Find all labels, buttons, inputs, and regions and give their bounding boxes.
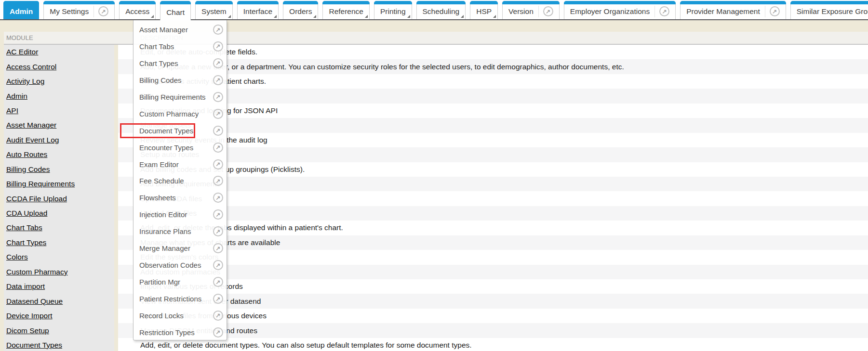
- external-link-icon[interactable]: ↗: [213, 176, 223, 186]
- tab-scheduling[interactable]: Scheduling: [416, 1, 466, 19]
- tab-my-settings[interactable]: My Settings↗: [43, 1, 115, 19]
- menu-item-chart-types[interactable]: Chart Types↗: [134, 55, 227, 72]
- external-link-icon[interactable]: ↗: [213, 277, 223, 287]
- external-link-icon[interactable]: ↗: [213, 92, 223, 102]
- module-link-datasend-queue[interactable]: Datasend Queue: [6, 297, 63, 306]
- module-column-header: MODULE: [4, 34, 114, 41]
- tab-similar-exposure-groups-segs[interactable]: Similar Exposure Groups (SEGs)↗: [790, 1, 868, 19]
- module-cell: Chart Tabs: [4, 221, 114, 235]
- menu-item-insurance-plans[interactable]: Insurance Plans↗: [134, 223, 227, 240]
- menu-item-injection-editor[interactable]: Injection Editor↗: [134, 206, 227, 223]
- tab-version[interactable]: Version↗: [502, 1, 560, 19]
- menu-item-custom-pharmacy[interactable]: Custom Pharmacy↗: [134, 105, 227, 122]
- module-link-billing-codes[interactable]: Billing Codes: [6, 165, 50, 174]
- external-link-icon[interactable]: ↗: [659, 6, 669, 16]
- module-description: Setup auto routes: [118, 147, 868, 162]
- module-link-access-control[interactable]: Access Control: [6, 63, 56, 71]
- menu-item-exam-editor[interactable]: Exam Editor↗: [134, 156, 227, 173]
- tab-chart[interactable]: Chart: [160, 1, 191, 21]
- tab-label: Version: [508, 7, 534, 16]
- menu-item-flowsheets[interactable]: Flowsheets↗: [134, 189, 227, 206]
- module-link-colors[interactable]: Colors: [6, 253, 28, 261]
- module-link-chart-types[interactable]: Chart Types: [6, 238, 46, 247]
- external-link-icon[interactable]: ↗: [213, 25, 223, 35]
- tab-interface[interactable]: Interface: [237, 1, 279, 19]
- module-description: Review security events in the audit log: [118, 133, 868, 147]
- menu-item-restriction-types[interactable]: Restriction Types↗: [134, 324, 227, 341]
- module-cell: CCDA File Upload: [4, 191, 114, 206]
- menu-item-label: Patient Restrictions: [139, 295, 201, 303]
- external-link-icon[interactable]: ↗: [213, 75, 223, 85]
- module-link-auto-routes[interactable]: Auto Routes: [6, 150, 47, 159]
- module-link-asset-manager[interactable]: Asset Manager: [6, 121, 56, 130]
- tab-orders[interactable]: Orders: [283, 1, 318, 19]
- module-link-cda-upload[interactable]: CDA Upload: [6, 209, 47, 218]
- tab-reference[interactable]: Reference: [322, 1, 370, 19]
- module-link-ccda-file-upload[interactable]: CCDA File Upload: [6, 195, 67, 203]
- external-link-icon[interactable]: ↗: [213, 226, 223, 236]
- module-link-custom-pharmacy[interactable]: Custom Pharmacy: [6, 268, 67, 276]
- menu-item-label: Encounter Types: [139, 143, 193, 152]
- tab-admin[interactable]: Admin: [3, 1, 39, 19]
- module-link-audit-event-log[interactable]: Audit Event Log: [6, 136, 59, 144]
- external-link-icon[interactable]: ↗: [213, 41, 223, 52]
- module-link-data-import[interactable]: Data import: [6, 282, 45, 291]
- menu-item-label: Injection Editor: [139, 210, 187, 219]
- external-link-icon[interactable]: ↗: [98, 6, 108, 16]
- external-link-icon[interactable]: ↗: [213, 294, 223, 304]
- menu-item-merge-manager[interactable]: Merge Manager↗: [134, 240, 227, 257]
- module-link-device-import[interactable]: Device Import: [6, 312, 53, 320]
- external-link-icon[interactable]: ↗: [213, 109, 223, 119]
- module-link-admin[interactable]: Admin: [6, 92, 27, 101]
- external-link-icon[interactable]: ↗: [213, 209, 223, 220]
- menu-item-label: Billing Requirements: [139, 93, 206, 101]
- module-link-api[interactable]: API: [6, 106, 18, 115]
- module-description: Import various types of records: [118, 279, 868, 294]
- tab-hsp[interactable]: HSP: [470, 1, 498, 19]
- module-description: Edit the system's colors: [118, 250, 868, 264]
- external-link-icon[interactable]: ↗: [213, 311, 223, 321]
- column-gap: [114, 191, 118, 206]
- module-link-ac-editor[interactable]: AC Editor: [6, 48, 38, 56]
- menu-item-encounter-types[interactable]: Encounter Types↗: [134, 139, 227, 156]
- module-description: Add, edit, or delete document types. You…: [118, 338, 868, 351]
- external-link-icon[interactable]: ↗: [213, 159, 223, 169]
- module-description: View a user's activity in patient charts…: [118, 74, 868, 89]
- tab-system[interactable]: System: [195, 1, 233, 19]
- top-nav-bar: AdminMy Settings↗AccessChartSystemInterf…: [0, 0, 868, 20]
- external-link-icon[interactable]: ↗: [543, 6, 553, 16]
- column-gap: [114, 45, 118, 59]
- module-link-billing-requirements[interactable]: Billing Requirements: [6, 180, 75, 188]
- tab-provider-management[interactable]: Provider Management↗: [680, 1, 786, 19]
- menu-item-billing-codes[interactable]: Billing Codes↗: [134, 72, 227, 89]
- external-link-icon[interactable]: ↗: [213, 58, 223, 68]
- module-link-dicom-setup[interactable]: Dicom Setup: [6, 326, 49, 335]
- menu-item-patient-restrictions[interactable]: Patient Restrictions↗: [134, 290, 227, 307]
- external-link-icon[interactable]: ↗: [770, 6, 780, 16]
- menu-item-document-types[interactable]: Document Types↗: [134, 122, 227, 139]
- menu-item-asset-manager[interactable]: Asset Manager↗: [134, 21, 227, 38]
- tab-printing[interactable]: Printing: [374, 1, 412, 19]
- menu-item-observation-codes[interactable]: Observation Codes↗: [134, 257, 227, 273]
- external-link-icon[interactable]: ↗: [213, 260, 223, 270]
- module-link-activity-log[interactable]: Activity Log: [6, 77, 44, 86]
- menu-item-billing-requirements[interactable]: Billing Requirements↗: [134, 89, 227, 105]
- module-link-document-types[interactable]: Document Types: [6, 341, 62, 350]
- external-link-icon[interactable]: ↗: [213, 243, 223, 253]
- tab-access[interactable]: Access: [119, 1, 156, 19]
- external-link-icon[interactable]: ↗: [213, 193, 223, 203]
- column-gap: [114, 162, 118, 177]
- external-link-icon[interactable]: ↗: [213, 126, 223, 136]
- menu-item-fee-schedule[interactable]: Fee Schedule↗: [134, 172, 227, 189]
- module-link-chart-tabs[interactable]: Chart Tabs: [6, 223, 42, 232]
- menu-item-label: Observation Codes: [139, 261, 201, 269]
- menu-item-partition-mgr[interactable]: Partition Mgr↗: [134, 273, 227, 290]
- menu-item-label: Custom Pharmacy: [139, 110, 199, 118]
- external-link-icon[interactable]: ↗: [213, 143, 223, 153]
- external-link-icon[interactable]: ↗: [213, 327, 223, 338]
- menu-item-chart-tabs[interactable]: Chart Tabs↗: [134, 38, 227, 55]
- menu-item-record-locks[interactable]: Record Locks↗: [134, 307, 227, 324]
- tab-employer-organizations[interactable]: Employer Organizations↗: [564, 1, 676, 19]
- tab-label: System: [201, 7, 227, 16]
- module-cell: Custom Pharmacy: [4, 265, 114, 279]
